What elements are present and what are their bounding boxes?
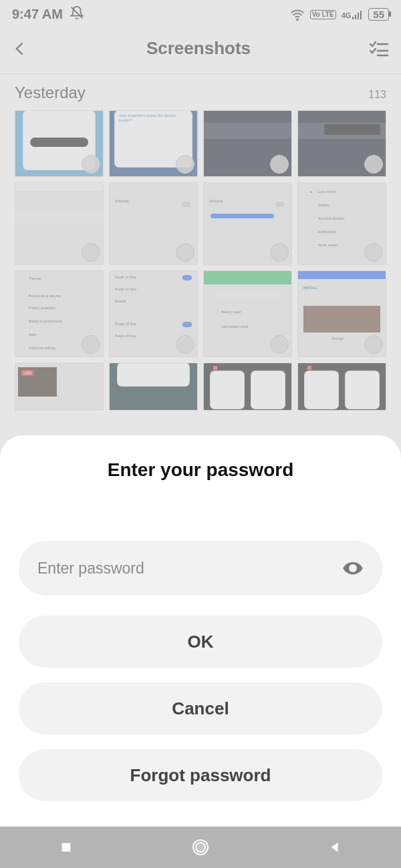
titlebar: Screenshots xyxy=(0,26,401,73)
bell-off-icon xyxy=(70,5,84,23)
system-navbar xyxy=(0,827,401,868)
screenshot-thumbnail[interactable] xyxy=(203,110,292,177)
svg-rect-2 xyxy=(352,17,354,19)
screenshot-thumbnail[interactable]: Power on time Power on time Repeat Power… xyxy=(109,270,198,357)
password-input[interactable] xyxy=(37,560,342,578)
back-button[interactable] xyxy=(12,41,28,57)
cancel-button[interactable]: Cancel xyxy=(19,682,382,734)
status-bar: 9:47 AM Vo LTE 4G 55 xyxy=(0,0,401,26)
svg-rect-10 xyxy=(61,843,70,852)
recent-apps-button[interactable] xyxy=(59,840,74,855)
screenshot-thumbnail[interactable] xyxy=(203,363,292,411)
section-label: Yesterday xyxy=(15,83,86,102)
password-field-container xyxy=(19,541,382,596)
section-header: Yesterday 113 xyxy=(0,74,401,107)
section-count: 113 xyxy=(368,89,386,101)
screenshot-thumbnail[interactable]: Allow Snapchat to access this device's l… xyxy=(109,110,198,177)
ok-button[interactable]: OK xyxy=(19,616,382,668)
svg-point-12 xyxy=(196,843,205,852)
multiselect-icon[interactable] xyxy=(369,41,389,57)
page-title: Screenshots xyxy=(28,38,369,59)
svg-point-9 xyxy=(351,566,355,570)
home-button[interactable] xyxy=(190,837,211,857)
battery-indicator: 55 xyxy=(368,8,389,21)
screenshot-thumbnail[interactable] xyxy=(297,110,386,177)
svg-rect-4 xyxy=(358,13,359,19)
screenshot-thumbnail[interactable]: INSTALL Settings xyxy=(297,270,386,357)
screenshot-thumbnail[interactable]: 18M xyxy=(15,363,104,411)
password-dialog: Enter your password OK Cancel Forgot pas… xyxy=(0,435,401,868)
back-nav-button[interactable] xyxy=(327,840,342,855)
svg-point-1 xyxy=(297,19,298,20)
svg-rect-3 xyxy=(355,15,356,19)
screenshot-thumbnail[interactable]: Battery saver Ultra battery saver xyxy=(203,270,292,357)
svg-rect-5 xyxy=(360,11,362,19)
clock: 9:47 AM xyxy=(12,7,63,22)
signal-label: 4G xyxy=(342,10,364,19)
screenshot-thumbnail[interactable]: Schedule xyxy=(109,182,198,265)
screenshot-thumbnail[interactable] xyxy=(297,363,386,411)
wifi-icon xyxy=(290,7,305,22)
screenshot-thumbnail[interactable]: Themes Passwords & security Privacy prot… xyxy=(15,270,104,357)
eye-icon[interactable] xyxy=(342,558,364,579)
screenshot-thumbnail[interactable] xyxy=(15,110,104,177)
forgot-password-button[interactable]: Forgot password xyxy=(19,749,382,801)
dialog-title: Enter your password xyxy=(19,459,382,481)
volte-badge: Vo LTE xyxy=(310,10,336,19)
screenshot-thumbnail[interactable] xyxy=(109,363,198,411)
screenshot-thumbnail[interactable]: Schedule xyxy=(203,182,292,265)
screenshot-thumbnail[interactable]: ● Lock screen Display Sound & vibration … xyxy=(297,182,386,265)
screenshot-thumbnail[interactable] xyxy=(15,182,104,265)
